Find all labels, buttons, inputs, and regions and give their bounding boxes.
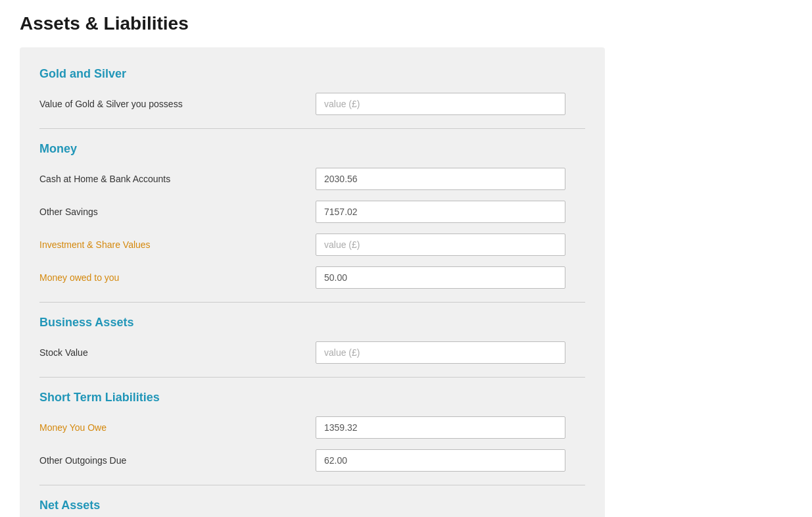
field-input-stock-value[interactable] <box>316 341 565 364</box>
field-label-other-savings: Other Savings <box>39 207 316 217</box>
field-input-money-you-owe[interactable] <box>316 416 565 439</box>
field-row-other-savings: Other Savings <box>39 201 585 223</box>
section-title-business-assets: Business Assets <box>39 316 585 330</box>
field-row-money-owed: Money owed to you <box>39 266 585 289</box>
field-row-stock-value: Stock Value <box>39 341 585 364</box>
field-input-gold-silver-value[interactable] <box>316 93 565 115</box>
field-label-money-you-owe: Money You Owe <box>39 422 316 433</box>
field-label-investment-share: Investment & Share Values <box>39 239 316 250</box>
field-input-other-outgoings[interactable] <box>316 449 565 472</box>
section-gold-and-silver: Gold and SilverValue of Gold & Silver yo… <box>39 67 585 129</box>
field-label-money-owed: Money owed to you <box>39 272 316 283</box>
field-row-cash-home-bank: Cash at Home & Bank Accounts <box>39 168 585 190</box>
section-title-net-assets: Net Assets <box>39 499 585 512</box>
field-row-gold-silver-value: Value of Gold & Silver you possess <box>39 93 585 115</box>
field-row-money-you-owe: Money You Owe <box>39 416 585 439</box>
main-panel: Gold and SilverValue of Gold & Silver yo… <box>20 47 605 517</box>
section-title-money: Money <box>39 142 585 156</box>
field-input-cash-home-bank[interactable] <box>316 168 565 190</box>
field-label-other-outgoings: Other Outgoings Due <box>39 455 316 466</box>
field-label-cash-home-bank: Cash at Home & Bank Accounts <box>39 174 316 184</box>
field-input-investment-share[interactable] <box>316 234 565 256</box>
section-short-term-liabilities: Short Term LiabilitiesMoney You OweOther… <box>39 391 585 485</box>
field-input-other-savings[interactable] <box>316 201 565 223</box>
section-title-gold-and-silver: Gold and Silver <box>39 67 585 81</box>
section-title-short-term-liabilities: Short Term Liabilities <box>39 391 585 405</box>
section-business-assets: Business AssetsStock Value <box>39 316 585 378</box>
field-input-money-owed[interactable] <box>316 266 565 289</box>
page-title: Assets & Liabilities <box>20 13 792 34</box>
section-money: MoneyCash at Home & Bank AccountsOther S… <box>39 142 585 303</box>
field-label-stock-value: Stock Value <box>39 347 316 358</box>
field-row-other-outgoings: Other Outgoings Due <box>39 449 585 472</box>
field-row-investment-share: Investment & Share Values <box>39 234 585 256</box>
field-label-gold-silver-value: Value of Gold & Silver you possess <box>39 99 316 109</box>
section-net-assets: Net Assets <box>39 499 585 517</box>
